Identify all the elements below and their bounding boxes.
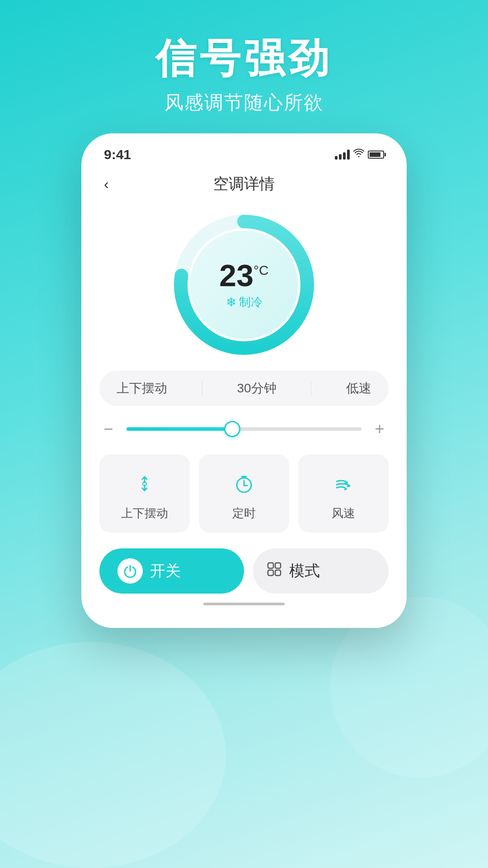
temperature-ring-container: 23 °C ❄ 制冷 <box>81 203 407 371</box>
func-button-swing[interactable]: 上下摆动 <box>99 454 190 533</box>
back-button[interactable]: ‹ <box>104 176 109 193</box>
slider-fill <box>127 427 232 431</box>
control-swing[interactable]: 上下摆动 <box>117 380 167 397</box>
main-title: 信号强劲 <box>155 36 333 81</box>
swing-icon <box>131 470 158 497</box>
control-timer[interactable]: 30分钟 <box>237 380 276 397</box>
power-circle <box>117 558 143 584</box>
home-indicator <box>81 594 407 610</box>
mode-button[interactable]: 模式 <box>253 548 389 594</box>
func-button-timer[interactable]: 定时 <box>199 454 289 533</box>
snowflake-icon: ❄ <box>226 295 236 310</box>
control-divider-2 <box>311 382 311 395</box>
timer-icon <box>230 470 258 497</box>
status-icons <box>335 149 384 160</box>
temperature-unit: °C <box>253 264 269 277</box>
header-section: 信号强劲 风感调节随心所欲 <box>155 0 333 115</box>
power-icon <box>123 564 137 578</box>
sub-title: 风感调节随心所欲 <box>155 90 333 115</box>
control-speed[interactable]: 低速 <box>346 380 371 397</box>
slider-thumb[interactable] <box>224 421 240 437</box>
timer-label: 定时 <box>232 505 256 521</box>
mode-btn-label: 模式 <box>289 561 320 581</box>
temperature-value: 23 °C <box>219 260 268 291</box>
slider-minus-button[interactable]: − <box>99 420 117 439</box>
temperature-ring: 23 °C ❄ 制冷 <box>172 212 316 357</box>
slider-plus-button[interactable]: + <box>371 420 389 439</box>
func-button-wind[interactable]: 风速 <box>298 454 389 533</box>
slider-container: − + <box>99 420 389 439</box>
swing-label: 上下摆动 <box>121 505 168 521</box>
phone-mockup: 9:41 ‹ 空 <box>81 133 407 628</box>
svg-rect-7 <box>275 570 281 576</box>
ring-center: 23 °C ❄ 制冷 <box>190 231 298 339</box>
control-divider-1 <box>202 382 202 395</box>
bg-decoration-1 <box>0 642 226 868</box>
mode-grid-icon <box>267 561 282 580</box>
control-bar: 上下摆动 30分钟 低速 <box>99 371 389 406</box>
mode-text: 制冷 <box>239 294 263 310</box>
nav-bar: ‹ 空调详情 <box>81 167 407 203</box>
mode-label: ❄ 制冷 <box>226 294 263 310</box>
svg-rect-6 <box>268 570 273 576</box>
function-buttons: 上下摆动 定时 <box>99 454 389 533</box>
signal-bars-icon <box>335 150 350 160</box>
wifi-icon <box>353 149 364 160</box>
wind-label: 风速 <box>332 505 355 521</box>
svg-rect-5 <box>275 563 281 568</box>
status-bar: 9:41 <box>81 133 407 167</box>
battery-icon <box>368 151 384 159</box>
wind-icon <box>330 470 357 497</box>
nav-title: 空调详情 <box>213 174 275 194</box>
bottom-buttons: 开关 模式 <box>99 548 389 594</box>
home-bar <box>203 603 285 605</box>
slider-track[interactable] <box>127 427 361 431</box>
status-time: 9:41 <box>104 147 131 162</box>
power-button[interactable]: 开关 <box>99 548 244 594</box>
svg-rect-4 <box>268 563 273 568</box>
power-label: 开关 <box>150 561 181 581</box>
